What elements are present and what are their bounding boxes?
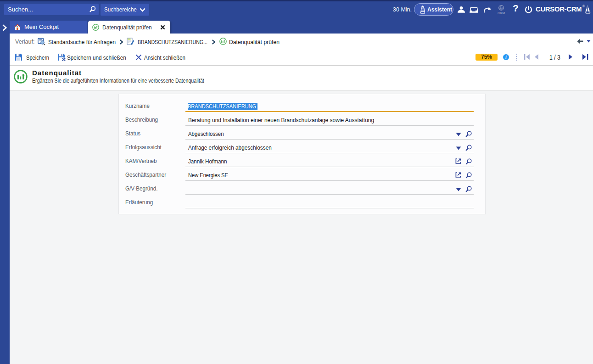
svg-text:CRM: CRM bbox=[498, 11, 505, 15]
